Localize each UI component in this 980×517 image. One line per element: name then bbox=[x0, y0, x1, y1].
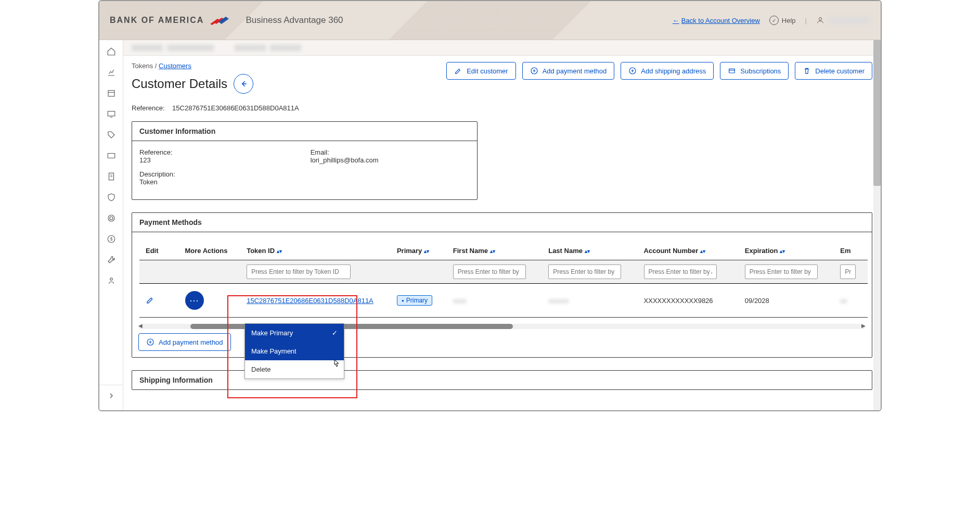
tag-icon[interactable] bbox=[106, 130, 117, 140]
sort-icon[interactable]: ▴▾ bbox=[490, 248, 495, 254]
help-label: Help bbox=[782, 17, 796, 24]
filter-last-name-input[interactable] bbox=[548, 264, 621, 279]
product-name: Business Advantage 360 bbox=[246, 15, 343, 26]
sort-icon[interactable]: ▴▾ bbox=[585, 248, 590, 254]
shield-icon[interactable] bbox=[106, 192, 117, 203]
more-actions-button[interactable]: ⋯ bbox=[185, 291, 204, 310]
chevron-right-icon bbox=[107, 392, 115, 400]
sort-icon[interactable]: ▴▾ bbox=[700, 248, 705, 254]
account-number-cell: XXXXXXXXXXXX9826 bbox=[644, 297, 713, 305]
card-icon[interactable] bbox=[106, 150, 117, 161]
col-account-number[interactable]: Account Number▴▾ bbox=[638, 242, 739, 260]
sort-icon[interactable]: ▴▾ bbox=[277, 248, 282, 254]
wrench-icon[interactable] bbox=[106, 255, 117, 265]
col-first-name[interactable]: First Name▴▾ bbox=[447, 242, 542, 260]
col-more-actions: More Actions bbox=[179, 242, 241, 260]
first-name-cell-blurred: xxxx bbox=[453, 297, 467, 305]
email-cell-blurred: xx bbox=[840, 297, 847, 305]
help-link[interactable]: ✓ Help bbox=[769, 16, 796, 25]
monitor-icon[interactable] bbox=[106, 109, 117, 119]
scroll-left-arrow[interactable]: ◀ bbox=[138, 323, 143, 329]
add-payment-method-table-button[interactable]: Add payment method bbox=[138, 333, 231, 351]
svg-rect-3 bbox=[108, 154, 115, 158]
back-button[interactable] bbox=[234, 74, 253, 94]
menu-make-payment-label: Make Payment bbox=[251, 347, 296, 355]
svg-point-0 bbox=[819, 18, 821, 20]
payment-methods-header: Payment Methods bbox=[132, 213, 872, 232]
plus-circle-icon bbox=[530, 67, 538, 75]
trash-icon bbox=[803, 67, 811, 75]
sort-icon[interactable]: ▴▾ bbox=[424, 248, 429, 254]
svg-point-5 bbox=[108, 215, 114, 221]
filter-email-input[interactable] bbox=[840, 264, 856, 279]
description-field-value: Token bbox=[139, 178, 175, 186]
payment-methods-table: Edit More Actions Token ID▴▾ Primary▴▾ F… bbox=[139, 242, 868, 318]
main-content: Tokens / Customers Customer Details bbox=[123, 40, 881, 410]
subscriptions-button[interactable]: Subscriptions bbox=[720, 62, 789, 80]
subscriptions-label: Subscriptions bbox=[740, 67, 781, 75]
reference-line: Reference: 15C2876751E30686E0631D588D0A8… bbox=[132, 104, 872, 112]
menu-make-primary[interactable]: Make Primary ✓ bbox=[245, 324, 344, 342]
vertical-scrollbar[interactable] bbox=[873, 40, 881, 410]
scrollbar-thumb[interactable] bbox=[190, 324, 513, 329]
dollar-icon[interactable]: $ bbox=[106, 234, 117, 244]
sort-icon[interactable]: ▴▾ bbox=[780, 248, 785, 254]
menu-make-primary-label: Make Primary bbox=[251, 329, 293, 337]
payment-methods-card: Payment Methods Edit More Actions Token … bbox=[132, 212, 872, 358]
email-field-value: lori_phillips@bofa.com bbox=[311, 156, 379, 164]
vertical-scrollbar-thumb[interactable] bbox=[873, 40, 881, 186]
svg-point-9 bbox=[110, 278, 112, 281]
sub-banner bbox=[123, 40, 881, 56]
customer-info-card: Customer Information Reference: 123 Desc… bbox=[132, 121, 478, 200]
page-title: Customer Details bbox=[132, 77, 227, 91]
expiration-cell: 09/2028 bbox=[745, 297, 769, 305]
user-icon bbox=[816, 16, 824, 24]
user-menu[interactable] bbox=[816, 16, 870, 24]
menu-delete[interactable]: Delete bbox=[245, 360, 344, 379]
reference-value: 15C2876751E30686E0631D588D0A811A bbox=[172, 104, 299, 112]
customer-info-header: Customer Information bbox=[132, 122, 477, 141]
person-icon[interactable] bbox=[106, 275, 117, 286]
calendar-icon[interactable] bbox=[106, 88, 117, 98]
back-to-overview-link[interactable]: ← Back to Account Overview bbox=[673, 17, 760, 24]
left-nav-rail: $ bbox=[99, 40, 123, 410]
last-name-cell-blurred: xxxxxx bbox=[548, 297, 569, 305]
chart-icon[interactable] bbox=[106, 67, 117, 78]
add-payment-label: Add payment method bbox=[543, 67, 607, 75]
bank-logo: BANK OF AMERICA bbox=[110, 15, 230, 26]
reference-field-label: Reference: bbox=[139, 148, 175, 156]
menu-make-payment[interactable]: Make Payment bbox=[245, 342, 344, 360]
edit-customer-button[interactable]: Edit customer bbox=[446, 62, 515, 80]
breadcrumb-customers-link[interactable]: Customers bbox=[159, 62, 191, 70]
token-id-link[interactable]: 15C2876751E20686E0631D588D0A811A bbox=[247, 297, 373, 305]
filter-token-id-input[interactable] bbox=[247, 264, 351, 279]
col-token-id[interactable]: Token ID▴▾ bbox=[240, 242, 391, 260]
check-icon: ✓ bbox=[332, 329, 338, 337]
plus-circle-icon bbox=[628, 67, 637, 75]
arrow-left-icon: ← bbox=[673, 17, 679, 24]
expand-rail-button[interactable] bbox=[99, 385, 123, 400]
filter-expiration-input[interactable] bbox=[745, 264, 818, 279]
col-primary[interactable]: Primary▴▾ bbox=[391, 242, 447, 260]
delete-customer-button[interactable]: Delete customer bbox=[795, 62, 872, 80]
menu-delete-label: Delete bbox=[251, 365, 271, 373]
logo-text: BANK OF AMERICA bbox=[110, 16, 204, 25]
add-shipping-button[interactable]: Add shipping address bbox=[621, 62, 714, 80]
home-icon[interactable] bbox=[106, 46, 117, 57]
filter-account-number-input[interactable] bbox=[644, 264, 717, 279]
global-header: BANK OF AMERICA Business Advantage 360 ←… bbox=[99, 1, 881, 40]
arrow-left-icon bbox=[239, 79, 248, 89]
col-expiration[interactable]: Expiration▴▾ bbox=[739, 242, 834, 260]
document-icon[interactable] bbox=[106, 171, 117, 182]
add-payment-method-button[interactable]: Add payment method bbox=[522, 62, 615, 80]
filter-first-name-input[interactable] bbox=[453, 264, 526, 279]
back-link-label: Back to Account Overview bbox=[681, 17, 760, 24]
svg-point-6 bbox=[110, 217, 113, 220]
target-icon[interactable] bbox=[106, 213, 117, 223]
svg-rect-12 bbox=[729, 69, 735, 73]
col-email[interactable]: Em bbox=[834, 242, 868, 260]
svg-rect-2 bbox=[108, 111, 115, 116]
edit-row-button[interactable] bbox=[146, 298, 155, 306]
col-last-name[interactable]: Last Name▴▾ bbox=[542, 242, 637, 260]
scroll-right-arrow[interactable]: ▶ bbox=[861, 323, 866, 329]
